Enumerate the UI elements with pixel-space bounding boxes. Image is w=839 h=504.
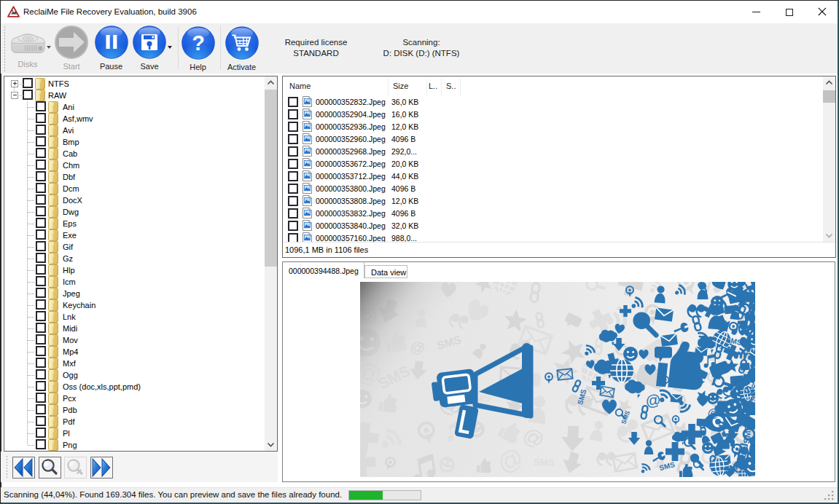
svg-text:?: ?: [192, 31, 205, 55]
